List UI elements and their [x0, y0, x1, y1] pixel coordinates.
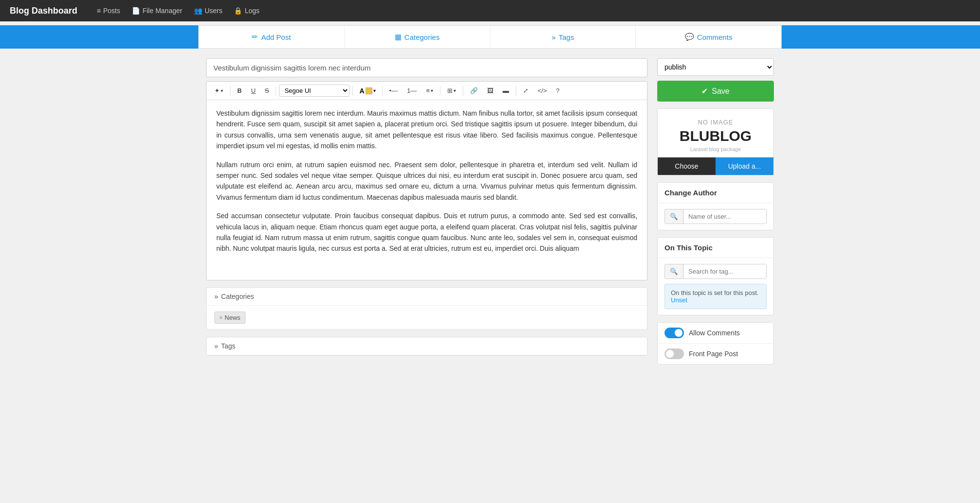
- posts-icon: ≡: [97, 7, 101, 15]
- color-dropdown-icon: ▾: [373, 88, 376, 93]
- save-button[interactable]: ✔ Save: [657, 81, 774, 102]
- media-button[interactable]: ▬: [499, 85, 513, 97]
- check-icon: ✔: [701, 87, 708, 96]
- file-manager-icon: 📄: [132, 7, 140, 15]
- category-tag-news: × News: [214, 312, 245, 324]
- change-author-title: Change Author: [658, 183, 773, 203]
- front-page-label: Front Page Post: [689, 350, 738, 358]
- tags-section: » Tags: [206, 337, 648, 356]
- toggle-slider-comments: [665, 328, 684, 338]
- editor-content[interactable]: Vestibulum dignissim sagittis lorem nec …: [207, 100, 647, 280]
- brand-title: Blog Dashboard: [10, 6, 77, 16]
- tags-icon: »: [552, 33, 556, 41]
- allow-comments-toggle[interactable]: [665, 328, 684, 338]
- tag-search-row: 🔍: [665, 264, 767, 279]
- sep4: [382, 86, 383, 96]
- change-author-card: Change Author 🔍: [657, 182, 774, 230]
- sep5: [440, 86, 440, 96]
- on-this-topic-body: 🔍 On this topic is set for this post. Un…: [658, 258, 773, 315]
- editor-paragraph-2: Nullam rutrum orci enim, at rutrum sapie…: [216, 159, 637, 203]
- align-button[interactable]: ≡ ▾: [422, 85, 437, 97]
- tab-add-post[interactable]: ✏ Add Post: [199, 26, 345, 48]
- sep6: [463, 86, 463, 96]
- categories-header: » Categories: [207, 288, 647, 306]
- logo-blog: BLOG: [709, 128, 752, 144]
- nav-posts[interactable]: ≡ Posts: [97, 7, 120, 15]
- font-select[interactable]: Segoe UI Arial Times New Roman: [279, 85, 350, 97]
- image-actions: Choose Upload a...: [658, 157, 773, 175]
- front-page-row: Front Page Post: [658, 343, 773, 364]
- allow-comments-row: Allow Comments: [658, 323, 773, 343]
- topic-info-box: On this topic is set for this post. Unse…: [665, 284, 767, 309]
- tag-search-input[interactable]: [683, 264, 767, 278]
- color-letter: A: [359, 87, 364, 95]
- nav-file-manager[interactable]: 📄 File Manager: [132, 7, 182, 15]
- tab-comments[interactable]: 💬 Comments: [636, 26, 781, 48]
- unordered-list-button[interactable]: •—: [385, 85, 402, 97]
- categories-icon: ▦: [395, 33, 402, 41]
- table-button[interactable]: ⊞ ▾: [443, 85, 460, 97]
- toggles-card: Allow Comments Front Page Post: [657, 322, 774, 364]
- fullscreen-button[interactable]: ⤢: [519, 85, 532, 97]
- ordered-list-button[interactable]: 1—: [403, 85, 420, 97]
- remove-news-tag[interactable]: ×: [219, 314, 223, 321]
- categories-body: × News: [207, 306, 647, 330]
- tab-categories[interactable]: ▦ Categories: [345, 26, 490, 48]
- top-nav: Blog Dashboard ≡ Posts 📄 File Manager 👥 …: [0, 0, 980, 21]
- text-color-button[interactable]: A ▾: [356, 85, 379, 97]
- right-panel: publish draft private ✔ Save NO IMAGE BL…: [657, 58, 774, 371]
- editor-wrapper: ✦ ▾ B U S Segoe UI Arial Times New Roman…: [206, 81, 648, 280]
- nav-users[interactable]: 👥 Users: [194, 7, 223, 15]
- author-search-row: 🔍: [665, 209, 767, 224]
- post-title-input[interactable]: [206, 58, 648, 77]
- main-container: ✦ ▾ B U S Segoe UI Arial Times New Roman…: [198, 58, 782, 371]
- publish-select[interactable]: publish draft private: [657, 58, 774, 76]
- categories-section: » Categories × News: [206, 287, 648, 330]
- author-search-input[interactable]: [683, 209, 767, 224]
- link-button[interactable]: 🔗: [466, 85, 482, 97]
- editor-paragraph-1: Vestibulum dignissim sagittis lorem nec …: [216, 108, 637, 152]
- users-icon: 👥: [194, 7, 202, 15]
- magic-button[interactable]: ✦ ▾: [210, 85, 227, 97]
- blublog-logo: BLUBLOG: [663, 128, 769, 144]
- choose-image-button[interactable]: Choose: [658, 157, 716, 175]
- left-panel: ✦ ▾ B U S Segoe UI Arial Times New Roman…: [206, 58, 648, 371]
- image-placeholder: NO IMAGE BLUBLOG Laravel blog package: [658, 109, 773, 157]
- comments-icon: 💬: [685, 33, 694, 41]
- editor-paragraph-3: Sed accumsan consectetur vulputate. Proi…: [216, 210, 637, 254]
- underline-button[interactable]: U: [247, 85, 259, 97]
- tags-header: » Tags: [207, 337, 647, 355]
- code-button[interactable]: </>: [534, 85, 551, 97]
- sep3: [352, 86, 353, 96]
- on-this-topic-card: On This Topic 🔍 On this topic is set for…: [657, 237, 774, 315]
- color-indicator: [366, 87, 372, 94]
- blue-bar: ✏ Add Post ▦ Categories » Tags 💬 Comment…: [0, 25, 980, 49]
- image-button[interactable]: 🖼: [483, 85, 497, 97]
- logs-icon: 🔒: [234, 7, 242, 15]
- sep1: [230, 86, 230, 96]
- strikethrough-button[interactable]: S: [261, 85, 273, 97]
- toggle-slider-front-page: [665, 348, 684, 359]
- allow-comments-label: Allow Comments: [689, 329, 740, 337]
- logo-blu: BLU: [680, 128, 710, 144]
- upload-image-button[interactable]: Upload a...: [716, 157, 773, 175]
- tags-icon-sym: »: [214, 342, 218, 350]
- help-button[interactable]: ?: [552, 85, 563, 97]
- sep7: [516, 86, 516, 96]
- change-author-body: 🔍: [658, 203, 773, 230]
- add-post-icon: ✏: [252, 33, 258, 41]
- unset-link[interactable]: Unset: [671, 296, 687, 304]
- bold-button[interactable]: B: [233, 85, 245, 97]
- editor-toolbar: ✦ ▾ B U S Segoe UI Arial Times New Roman…: [207, 82, 647, 100]
- image-card: NO IMAGE BLUBLOG Laravel blog package Ch…: [657, 108, 774, 175]
- no-image-label: NO IMAGE: [663, 119, 769, 126]
- nav-logs[interactable]: 🔒 Logs: [234, 7, 259, 15]
- on-this-topic-title: On This Topic: [658, 238, 773, 258]
- author-search-icon-btn: 🔍: [665, 209, 683, 224]
- tab-tags[interactable]: » Tags: [490, 26, 636, 48]
- front-page-toggle[interactable]: [665, 348, 684, 359]
- blue-bar-inner: ✏ Add Post ▦ Categories » Tags 💬 Comment…: [198, 25, 782, 49]
- categories-icon-sym: »: [214, 293, 218, 300]
- sep2: [276, 86, 276, 96]
- laravel-text: Laravel blog package: [663, 146, 769, 152]
